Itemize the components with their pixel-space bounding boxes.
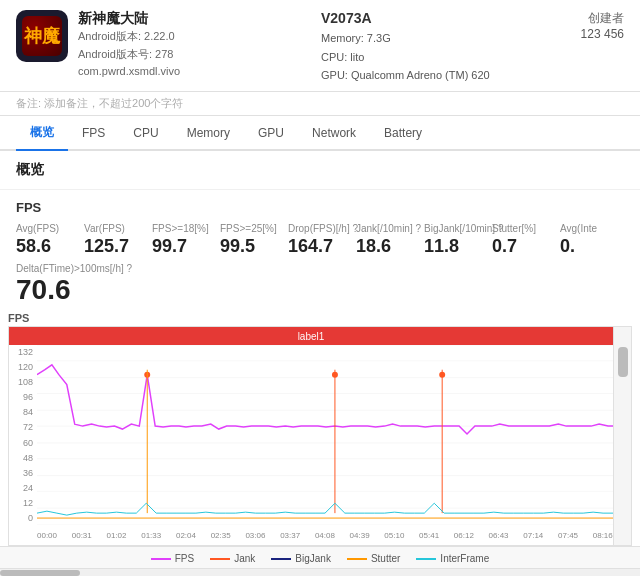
creator-info: 创建者 123 456 (544, 10, 624, 41)
legend-item-bigjank: BigJank (271, 553, 331, 564)
y-axis-labels: 13212010896847260483624120 (9, 345, 37, 525)
note-text: 备注: 添加备注，不超过200个字符 (16, 97, 183, 109)
tab-battery[interactable]: Battery (370, 118, 436, 150)
device-info: V2073A Memory: 7.3G CPU: lito GPU: Qualc… (301, 10, 534, 85)
chart-scrollbar[interactable] (613, 327, 631, 545)
legend-label-interframe: InterFrame (440, 553, 489, 564)
metric-item-6: BigJank[/10min] ?11.8 (424, 223, 474, 257)
metric-value-3: 99.5 (220, 236, 255, 257)
metric-value-0: 58.6 (16, 236, 51, 257)
note-bar: 备注: 添加备注，不超过200个字符 (0, 92, 640, 116)
metric-item-1: Var(FPS)125.7 (84, 223, 134, 257)
metric-header-3: FPS>=25[%] (220, 223, 277, 234)
delta-label: Delta(FTime)>100ms[/h] ? (16, 263, 624, 274)
tab-bar: 概览FPSCPUMemoryGPUNetworkBattery (0, 116, 640, 151)
app-icon-inner: 神魔 (22, 16, 62, 56)
bottom-scroll-thumb[interactable] (0, 570, 80, 576)
metric-item-5: Jank[/10min] ?18.6 (356, 223, 406, 257)
x-label: 03:06 (245, 531, 265, 540)
metrics-row: Avg(FPS)58.6Var(FPS)125.7FPS>=18[%]99.7F… (16, 223, 624, 257)
legend-label-jank: Jank (234, 553, 255, 564)
tab-overview[interactable]: 概览 (16, 116, 68, 151)
metric-value-8: 0. (560, 236, 575, 257)
metric-item-3: FPS>=25[%]99.5 (220, 223, 270, 257)
legend-line-interframe (416, 558, 436, 560)
device-model: V2073A (321, 10, 534, 26)
chart-fps-label: FPS (8, 312, 632, 324)
metric-value-5: 18.6 (356, 236, 391, 257)
delta-value: 70.6 (16, 274, 624, 306)
fps-section-label: FPS (16, 200, 624, 215)
y-label: 84 (11, 407, 35, 417)
y-label: 36 (11, 468, 35, 478)
fps-section: FPS Avg(FPS)58.6Var(FPS)125.7FPS>=18[%]9… (0, 190, 640, 306)
legend-item-stutter: Stutter (347, 553, 400, 564)
y-label: 120 (11, 362, 35, 372)
device-cpu: CPU: lito (321, 48, 534, 67)
y-label: 24 (11, 483, 35, 493)
x-label: 07:14 (523, 531, 543, 540)
metric-item-0: Avg(FPS)58.6 (16, 223, 66, 257)
creator-label: 创建者 (544, 10, 624, 27)
legend-label-stutter: Stutter (371, 553, 400, 564)
tab-cpu[interactable]: CPU (119, 118, 172, 150)
legend-line-fps (151, 558, 171, 560)
y-label: 96 (11, 392, 35, 402)
tab-memory[interactable]: Memory (173, 118, 244, 150)
legend-bar: FPSJankBigJankStutterInterFrame (0, 546, 640, 568)
chart-wrapper: label1 13212010896847260483624120 (8, 326, 632, 546)
metric-item-4: Drop(FPS)[/h] ?164.7 (288, 223, 338, 257)
x-label: 05:10 (384, 531, 404, 540)
bottom-scrollbar[interactable] (0, 568, 640, 576)
x-label: 04:39 (350, 531, 370, 540)
metric-header-8: Avg(Inte (560, 223, 597, 234)
legend-label-fps: FPS (175, 553, 194, 564)
chart-red-bar: label1 (9, 327, 613, 345)
metric-value-1: 125.7 (84, 236, 129, 257)
x-label: 00:31 (72, 531, 92, 540)
y-label: 48 (11, 453, 35, 463)
x-label: 05:41 (419, 531, 439, 540)
app-icon: 神魔 (16, 10, 68, 62)
x-label: 06:43 (489, 531, 509, 540)
chart-inner (37, 345, 613, 525)
y-label: 72 (11, 422, 35, 432)
y-label: 60 (11, 438, 35, 448)
metric-header-0: Avg(FPS) (16, 223, 59, 234)
app-name: 新神魔大陆 (78, 10, 291, 28)
fps-line (37, 365, 613, 434)
app-android-version: Android版本: 2.22.0 (78, 28, 291, 46)
y-label: 12 (11, 498, 35, 508)
tab-network[interactable]: Network (298, 118, 370, 150)
metric-header-5: Jank[/10min] ? (356, 223, 421, 234)
x-label: 00:00 (37, 531, 57, 540)
legend-label-bigjank: BigJank (295, 553, 331, 564)
y-label: 108 (11, 377, 35, 387)
tab-fps[interactable]: FPS (68, 118, 119, 150)
metric-header-1: Var(FPS) (84, 223, 125, 234)
x-label: 01:02 (106, 531, 126, 540)
metric-header-2: FPS>=18[%] (152, 223, 209, 234)
legend-item-jank: Jank (210, 553, 255, 564)
y-label: 0 (11, 513, 35, 523)
fps-chart-container: FPS label1 13212010896847260483624120 (8, 312, 632, 546)
x-label: 02:04 (176, 531, 196, 540)
app-package: com.pwrd.xsmdl.vivo (78, 63, 291, 81)
legend-line-stutter (347, 558, 367, 560)
legend-line-jank (210, 558, 230, 560)
tab-gpu[interactable]: GPU (244, 118, 298, 150)
metric-value-2: 99.7 (152, 236, 187, 257)
legend-item-fps: FPS (151, 553, 194, 564)
x-label: 04:08 (315, 531, 335, 540)
device-memory: Memory: 7.3G (321, 29, 534, 48)
creator-id: 123 456 (544, 27, 624, 41)
metric-value-4: 164.7 (288, 236, 333, 257)
x-label: 07:45 (558, 531, 578, 540)
app-info: 新神魔大陆 Android版本: 2.22.0 Android版本号: 278 … (78, 10, 291, 81)
metric-value-7: 0.7 (492, 236, 517, 257)
x-axis-labels: 00:0000:3101:0201:3302:0402:3503:0603:37… (37, 525, 613, 545)
scrollbar-thumb[interactable] (618, 347, 628, 377)
metric-header-7: Stutter[%] (492, 223, 536, 234)
metric-item-2: FPS>=18[%]99.7 (152, 223, 202, 257)
delta-row: Delta(FTime)>100ms[/h] ? 70.6 (16, 263, 624, 306)
